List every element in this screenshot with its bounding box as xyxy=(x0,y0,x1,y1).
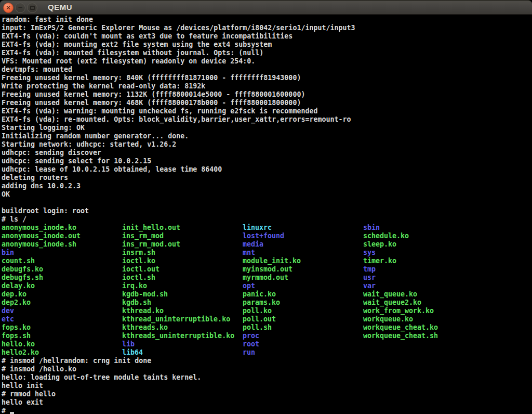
file-name: workqueue.ko xyxy=(363,315,484,324)
file-name: opt xyxy=(243,282,363,290)
file-name: kgdb-mod.sh xyxy=(122,290,243,299)
terminal-line: udhcpc: sending discover xyxy=(2,149,532,157)
close-icon: ✕ xyxy=(6,5,11,11)
terminal-line: Initializing random number generator... … xyxy=(2,132,532,140)
file-name: work_from_work.ko xyxy=(363,307,484,315)
terminal-line: # ls / xyxy=(2,215,532,224)
terminal-line: devtmpfs: mounted xyxy=(2,66,532,74)
terminal-line: hello: loading out-of-tree module taints… xyxy=(2,373,532,382)
file-name: fops.sh xyxy=(2,332,122,340)
file-name: workqueue_cheat.sh xyxy=(363,332,484,340)
terminal-cursor[interactable] xyxy=(10,412,14,414)
terminal-ls-row: delay.koirq.kooptvar xyxy=(2,282,532,290)
file-name: kthread.ko xyxy=(122,307,243,315)
file-name: kthreads_uninterruptible.ko xyxy=(122,332,243,340)
file-name: workqueue_cheat.ko xyxy=(363,324,484,332)
file-name: sleep.ko xyxy=(363,240,484,249)
terminal-line: Freeing unused kernel memory: 1132K (fff… xyxy=(2,90,532,99)
terminal-prompt-line: # xyxy=(2,407,532,414)
file-name: count.sh xyxy=(2,257,122,265)
file-name: run xyxy=(243,348,363,357)
file-name: wait_queue.ko xyxy=(363,290,484,299)
file-name: init_hello.out xyxy=(122,224,243,232)
file-name: insrm.sh xyxy=(122,249,243,257)
terminal-line: input: ImExPS/2 Generic Explorer Mouse a… xyxy=(2,24,532,32)
file-name: dep.ko xyxy=(2,290,122,299)
terminal-line: EXT4-fs (vda): re-mounted. Opts: block_v… xyxy=(2,115,532,124)
file-name: anonymous_inode.sh xyxy=(2,240,122,249)
terminal-ls-row: debugfs.shioctl.shmyrmmod.outusr xyxy=(2,274,532,282)
file-name: dep2.ko xyxy=(2,299,122,307)
file-name: poll.ko xyxy=(243,307,363,315)
file-name: anonymous_inode.out xyxy=(2,232,122,240)
terminal-line: # insmod /hello.ko xyxy=(2,365,532,373)
terminal-ls-row: hello2.kolib64run xyxy=(2,348,532,357)
terminal-ls-row: fops.kokthreads.kopoll.shworkqueue_cheat… xyxy=(2,324,532,332)
terminal-line: # rmmod hello xyxy=(2,390,532,398)
file-name: usr xyxy=(363,274,484,282)
file-name: kgdb.sh xyxy=(122,299,243,307)
file-name: bin xyxy=(2,249,122,257)
terminal-ls-row: dep2.kokgdb.shparams.kowait_queue2.ko xyxy=(2,299,532,307)
terminal-line: EXT4-fs (vda): warning: mounting uncheck… xyxy=(2,107,532,115)
terminal-line: deleting routers xyxy=(2,174,532,182)
file-name: wait_queue2.ko xyxy=(363,299,484,307)
maximize-icon xyxy=(30,6,35,10)
file-name: linuxrc xyxy=(243,224,363,232)
terminal-line: udhcpc: lease of 10.0.2.15 obtained, lea… xyxy=(2,165,532,174)
file-name: panic.ko xyxy=(243,290,363,299)
close-button[interactable]: ✕ xyxy=(3,3,14,13)
file-name: schedule.ko xyxy=(363,232,484,240)
file-name: poll.sh xyxy=(243,324,363,332)
file-name: module_init.ko xyxy=(243,257,363,265)
minimize-icon: ─ xyxy=(18,5,22,11)
terminal-line: buildroot login: root xyxy=(2,207,532,215)
terminal-line: EXT4-fs (vda): couldn't mount as ext3 du… xyxy=(2,32,532,41)
file-name: hello2.ko xyxy=(2,348,122,357)
file-name: kthread_uninterruptible.ko xyxy=(122,315,243,324)
file-name: dev xyxy=(2,307,122,315)
terminal-ls-row: anonymous_inode.shins_rm_mod.outmediasle… xyxy=(2,240,532,249)
shell-prompt: # xyxy=(2,407,10,414)
minimize-button[interactable]: ─ xyxy=(15,3,25,13)
maximize-button[interactable] xyxy=(27,3,37,13)
terminal-ls-row: count.shioctl.komodule_init.kotimer.ko xyxy=(2,257,532,265)
file-name: lib xyxy=(122,340,243,348)
file-name: lost+found xyxy=(243,232,363,240)
terminal-line xyxy=(2,199,532,207)
terminal-ls-row: anonymous_inode.koinit_hello.outlinuxrcs… xyxy=(2,224,532,232)
file-name: debugfs.ko xyxy=(2,265,122,274)
terminal-line: random: fast init done xyxy=(2,16,532,24)
terminal-line: Freeing unused kernel memory: 840K (ffff… xyxy=(2,74,532,82)
file-name: ioctl.out xyxy=(122,265,243,274)
file-name: sys xyxy=(363,249,484,257)
file-name: sbin xyxy=(363,224,484,232)
window-titlebar[interactable]: ✕ ─ QEMU xyxy=(0,0,532,15)
terminal[interactable]: random: fast init doneinput: ImExPS/2 Ge… xyxy=(0,15,532,414)
file-name: mnt xyxy=(243,249,363,257)
terminal-line: hello init xyxy=(2,382,532,390)
file-name: poll.out xyxy=(243,315,363,324)
terminal-ls-row: anonymous_inode.outins_rm_modlost+founds… xyxy=(2,232,532,240)
terminal-line: EXT4-fs (vda): mounted filesystem withou… xyxy=(2,49,532,57)
terminal-line: # insmod /hellrandom: crng init done xyxy=(2,357,532,365)
terminal-line: Starting network: udhcpc: started, v1.26… xyxy=(2,140,532,149)
file-name: ins_rm_mod.out xyxy=(122,240,243,249)
file-name: params.ko xyxy=(243,299,363,307)
file-name: fops.ko xyxy=(2,324,122,332)
terminal-ls-row: hello.kolibroot xyxy=(2,340,532,348)
file-name: irq.ko xyxy=(122,282,243,290)
terminal-ls-row: fops.shkthreads_uninterruptible.koprocwo… xyxy=(2,332,532,340)
file-name: myinsmod.out xyxy=(243,265,363,274)
file-name: kthreads.ko xyxy=(122,324,243,332)
file-name: var xyxy=(363,282,484,290)
terminal-ls-row: debugfs.koioctl.outmyinsmod.outtmp xyxy=(2,265,532,274)
terminal-line: VFS: Mounted root (ext2 filesystem) read… xyxy=(2,57,532,66)
file-name: timer.ko xyxy=(363,257,484,265)
terminal-ls-row: etckthread_uninterruptible.kopoll.outwor… xyxy=(2,315,532,324)
file-name: media xyxy=(243,240,363,249)
file-name: lib64 xyxy=(122,348,243,357)
file-name: etc xyxy=(2,315,122,324)
file-name: delay.ko xyxy=(2,282,122,290)
file-name: ins_rm_mod xyxy=(122,232,243,240)
